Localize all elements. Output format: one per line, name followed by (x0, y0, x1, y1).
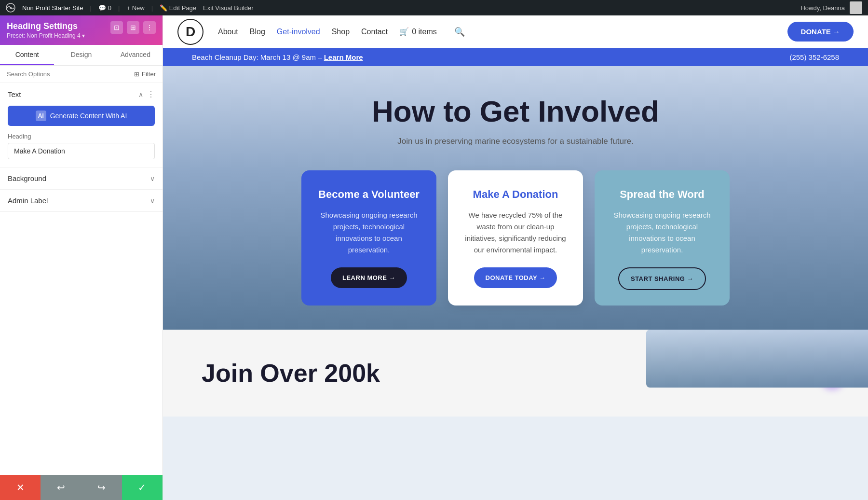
settings-preset: Preset: Non Profit Heading 4 ▾ (7, 32, 85, 39)
search-icon[interactable]: 🔍 (454, 27, 465, 37)
announcement-link[interactable]: Learn More (324, 53, 363, 61)
nav-contact[interactable]: Contact (361, 28, 388, 36)
card-volunteer-text: Showcasing ongoing research projects, te… (317, 209, 421, 256)
background-section-header[interactable]: Background ∨ (0, 167, 163, 189)
card-donation: Make A Donation We have recycled 75% of … (448, 170, 583, 306)
nav-shop[interactable]: Shop (332, 28, 350, 36)
hero-title: How to Get Involved (182, 95, 849, 128)
ai-icon: AI (36, 111, 46, 121)
text-section-title: Text (8, 90, 21, 98)
user-avatar (850, 1, 862, 14)
heading-settings-header: Heading Settings Preset: Non Profit Head… (0, 15, 163, 45)
admin-label-section: Admin Label ∨ (0, 190, 163, 212)
text-section-more: ⋮ (147, 90, 155, 99)
page-content: How to Get Involved Join us in preservin… (163, 66, 868, 500)
header-actions: ⊡ ⊞ ⋮ (110, 21, 156, 34)
cards-container: Become a Volunteer Showcasing ongoing re… (182, 170, 849, 306)
heading-input[interactable] (8, 143, 155, 159)
sidebar: Heading Settings Preset: Non Profit Head… (0, 15, 163, 500)
search-input[interactable] (7, 70, 94, 78)
nav-links: About Blog Get-involved Shop Contact 🛒 0… (218, 27, 773, 37)
redo-button[interactable]: ↪ (81, 475, 122, 500)
admin-label-chevron-down: ∨ (150, 197, 155, 205)
exit-builder-link[interactable]: Exit Visual Builder (203, 4, 254, 12)
site-logo: D (177, 19, 203, 45)
tab-content[interactable]: Content (0, 45, 54, 65)
main-content: D About Blog Get-involved Shop Contact 🛒… (163, 15, 868, 500)
tab-advanced[interactable]: Advanced (108, 45, 163, 65)
card-sharing-text: Showcasing ongoing research projects, te… (610, 209, 714, 256)
announcement-bar: Beach Cleanup Day: March 13 @ 9am – Lear… (163, 48, 868, 66)
card-donation-title: Make A Donation (463, 188, 568, 202)
admin-bar-right: Howdy, Deanna (800, 1, 862, 14)
admin-label-section-title: Admin Label (8, 196, 48, 205)
ai-button-label: Generate Content With AI (50, 112, 127, 120)
text-section-chevron-up: ∧ (138, 91, 143, 98)
undo-button[interactable]: ↩ (41, 475, 81, 500)
filter-icon: ⊞ (134, 70, 139, 78)
announcement-text: Beach Cleanup Day: March 13 @ 9am – Lear… (192, 53, 363, 61)
nav-get-involved[interactable]: Get-involved (277, 28, 320, 36)
main-layout: Heading Settings Preset: Non Profit Head… (0, 15, 868, 500)
comments-link[interactable]: 💬 0 (98, 4, 111, 12)
text-section-header[interactable]: Text ∧ ⋮ (0, 83, 163, 106)
tab-design[interactable]: Design (54, 45, 108, 65)
donate-nav-button[interactable]: DONATE → (787, 22, 854, 42)
background-chevron-down: ∨ (150, 175, 155, 182)
fullscreen-button[interactable]: ⊡ (110, 21, 123, 34)
background-section: Background ∨ (0, 167, 163, 190)
admin-label-section-header[interactable]: Admin Label ∨ (0, 190, 163, 211)
redo-icon: ↪ (97, 482, 106, 493)
close-button[interactable]: ✕ (0, 475, 41, 500)
heading-field-label: Heading (8, 133, 155, 140)
cart-indicator[interactable]: 🛒 0 items (399, 27, 437, 36)
start-sharing-button[interactable]: START SHARING → (618, 267, 706, 290)
new-link[interactable]: + New (126, 4, 144, 12)
nav-about[interactable]: About (218, 28, 238, 36)
text-section-content: AI Generate Content With AI Heading (0, 106, 163, 167)
nav-blog[interactable]: Blog (250, 28, 265, 36)
card-donation-text: We have recycled 75% of the waste from o… (463, 209, 568, 256)
ai-generate-button[interactable]: AI Generate Content With AI (8, 106, 155, 126)
site-navigation: D About Blog Get-involved Shop Contact 🛒… (163, 15, 868, 48)
site-name: Non Profit Starter Site (22, 4, 83, 12)
save-button[interactable]: ✓ (122, 475, 163, 500)
wordpress-icon (6, 3, 15, 13)
text-section: Text ∧ ⋮ AI Generate Content With AI Hea… (0, 83, 163, 167)
sidebar-search: ⊞ Filter (0, 66, 163, 83)
card-volunteer-title: Become a Volunteer (317, 188, 421, 202)
admin-bar: Non Profit Starter Site | 💬 0 | + New | … (0, 0, 868, 15)
learn-more-button[interactable]: LEARN MORE → (331, 267, 407, 288)
phone-number: (255) 352-6258 (789, 53, 839, 61)
filter-label: Filter (142, 70, 156, 78)
undo-icon: ↩ (57, 482, 65, 493)
admin-bar-left: Non Profit Starter Site | 💬 0 | + New | … (6, 3, 795, 13)
hero-section: How to Get Involved Join us in preservin… (163, 66, 868, 330)
sidebar-tabs: Content Design Advanced (0, 45, 163, 66)
card-sharing-title: Spread the Word (610, 188, 714, 202)
settings-title: Heading Settings (7, 21, 85, 31)
donate-today-button[interactable]: DONATE TODAY → (474, 267, 557, 288)
more-options-button[interactable]: ⋮ (143, 21, 156, 34)
thumbnail-preview (646, 330, 868, 388)
card-volunteer: Become a Volunteer Showcasing ongoing re… (301, 170, 436, 306)
background-section-title: Background (8, 174, 46, 182)
sidebar-bottom: ✕ ↩ ↪ ✓ (0, 475, 163, 500)
save-icon: ✓ (138, 482, 146, 493)
svg-point-1 (10, 7, 12, 9)
layout-button[interactable]: ⊞ (127, 21, 139, 34)
close-icon: ✕ (16, 482, 25, 493)
below-hero-section: Join Over 200k ··· (163, 330, 868, 417)
hero-subtitle: Join us in preserving marine ecosystems … (182, 137, 849, 146)
sidebar-content: Text ∧ ⋮ AI Generate Content With AI Hea… (0, 83, 163, 475)
cart-count: 0 items (412, 28, 437, 36)
card-sharing: Spread the Word Showcasing ongoing resea… (595, 170, 730, 306)
howdy-text: Howdy, Deanna (800, 4, 845, 12)
edit-page-link[interactable]: ✏️ Edit Page (160, 4, 196, 12)
filter-button[interactable]: ⊞ Filter (134, 70, 156, 78)
